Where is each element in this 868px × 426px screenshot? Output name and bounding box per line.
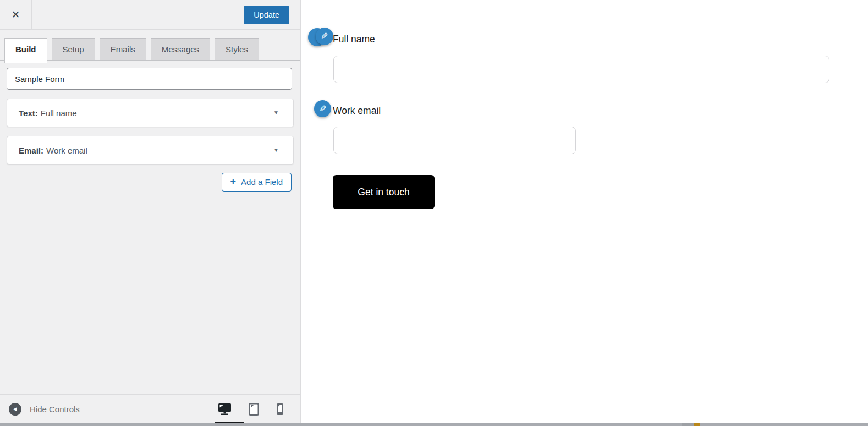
editor-footer: ◀ Hide Controls	[0, 394, 300, 423]
chevron-down-icon[interactable]: ▼	[273, 148, 279, 153]
tablet-preview-button[interactable]	[249, 403, 259, 416]
editor-tabs: Build Setup Emails Messages Styles	[0, 30, 300, 61]
tab-build[interactable]: Build	[4, 38, 47, 63]
edit-full-name-label-button[interactable]: ✎	[316, 28, 333, 45]
field-row-work-email[interactable]: Email: Work email ▼	[7, 136, 294, 165]
update-button[interactable]: Update	[244, 6, 289, 24]
pencil-icon: ✎	[319, 105, 326, 113]
tab-styles[interactable]: Styles	[215, 38, 259, 60]
work-email-label[interactable]: Work email	[333, 105, 381, 117]
add-a-field-button[interactable]: + Add a Field	[222, 173, 292, 192]
chevron-down-icon[interactable]: ▼	[273, 110, 279, 116]
editor-panel: ✕ Update Build Setup Emails Messages Sty…	[0, 0, 301, 423]
mobile-preview-button[interactable]	[276, 403, 284, 416]
work-email-input[interactable]	[333, 127, 576, 154]
panel-empty-space	[0, 192, 300, 394]
editor-header: ✕ Update	[0, 0, 300, 30]
field-type-label: Text:	[19, 108, 38, 118]
add-field-row: + Add a Field	[0, 173, 292, 192]
field-type-label: Email:	[19, 146, 43, 155]
back-arrow-icon: ◀	[13, 406, 17, 412]
scrollbar-marker	[694, 423, 700, 426]
field-name-label: Work email	[46, 146, 87, 155]
mobile-icon	[276, 403, 284, 416]
scrollbar-segment	[682, 423, 694, 426]
hide-controls-label[interactable]: Hide Controls	[30, 405, 80, 414]
close-editor-button[interactable]: ✕	[0, 0, 32, 29]
field-row-full-name[interactable]: Text: Full name ▼	[7, 99, 294, 127]
hide-controls-button[interactable]: ◀	[9, 403, 21, 416]
get-in-touch-button[interactable]: Get in touch	[333, 175, 435, 209]
form-preview: ✎ Full name ✎ Work email Get in touch	[301, 0, 868, 423]
add-field-label: Add a Field	[241, 177, 283, 187]
tab-messages[interactable]: Messages	[151, 38, 210, 60]
full-name-label[interactable]: Full name	[333, 34, 375, 45]
plus-icon: +	[230, 177, 237, 187]
form-title-input[interactable]	[7, 68, 292, 90]
field-name-label: Full name	[41, 108, 77, 118]
edit-work-email-label-button[interactable]: ✎	[314, 100, 331, 117]
horizontal-scrollbar[interactable]	[0, 423, 868, 426]
tab-emails[interactable]: Emails	[100, 38, 146, 60]
desktop-icon	[218, 403, 232, 416]
pencil-icon: ✎	[321, 32, 328, 41]
form-builder-app: ✕ Update Build Setup Emails Messages Sty…	[0, 0, 868, 426]
full-name-input[interactable]	[333, 56, 829, 83]
tab-setup[interactable]: Setup	[52, 38, 95, 60]
device-preview-switcher	[218, 403, 292, 416]
desktop-preview-button[interactable]	[218, 403, 232, 416]
close-icon: ✕	[12, 8, 20, 21]
tablet-icon	[249, 403, 259, 416]
